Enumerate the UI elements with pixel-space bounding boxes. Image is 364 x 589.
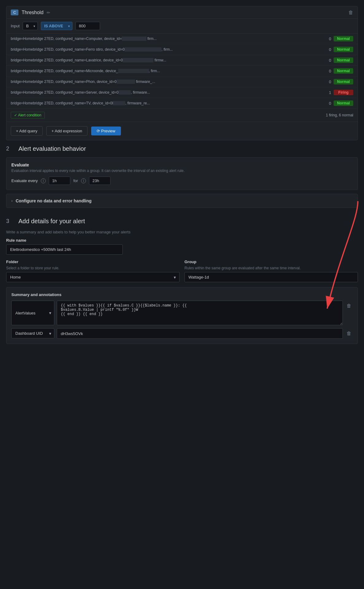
annotation-key-select[interactable]: AlertValues (11, 301, 54, 325)
threshold-value-input[interactable] (76, 22, 100, 30)
configure-label: Configure no data and error handling (16, 198, 91, 203)
edit-icon[interactable]: ✏ (47, 10, 50, 15)
threshold-data-rows: bridge=Homebridge 27ED, configured_name=… (6, 33, 358, 109)
row-text: bridge=Homebridge 27ED, configured_name=… (11, 90, 324, 95)
threshold-badge: C (11, 10, 18, 15)
threshold-title: Threshold (21, 10, 43, 15)
status-badge: Normal (334, 100, 353, 106)
row-text: bridge=Homebridge 27ED, configured_name=… (11, 80, 324, 84)
folder-select[interactable]: Home (6, 272, 180, 282)
evaluate-label: Evaluate (11, 162, 353, 167)
threshold-header-left: C Threshold ✏ (11, 10, 50, 15)
table-row: bridge=Homebridge 27ED, configured_name=… (6, 76, 358, 87)
configure-row[interactable]: › Configure no data and error handling (6, 194, 358, 208)
row-count: 0 (326, 47, 331, 52)
section-3-subtitle: Write a summary and add labels to help y… (6, 230, 358, 234)
preview-button[interactable]: ⟳ Preview (91, 127, 121, 135)
alert-condition-badge: ✓ Alert condition (11, 112, 45, 119)
section-3-title: Add details for your alert (18, 218, 85, 225)
dashboard-uid-row: Dashboard UID 🗑 (11, 328, 353, 339)
annotation-row-alert-values: AlertValues {{ with $values }}{{ if $val… (11, 301, 353, 325)
dashboard-uid-select[interactable]: Dashboard UID (11, 328, 54, 338)
section-3: 3 Add details for your alert Write a sum… (6, 218, 358, 344)
row-count: 0 (326, 80, 331, 84)
chevron-right-icon: › (11, 199, 13, 203)
table-row: bridge=Homebridge 27ED, configured_name=… (6, 33, 358, 44)
section-2: 2 Alert evaluation behavior Evaluate Eva… (6, 145, 358, 208)
row-text: bridge=Homebridge 27ED, configured_name=… (11, 47, 324, 52)
for-input[interactable] (89, 177, 110, 185)
table-row: bridge=Homebridge 27ED, configured_name=… (6, 66, 358, 76)
status-badge: Normal (334, 79, 353, 84)
info-icon: i (41, 178, 46, 183)
dashboard-uid-select-wrap: Dashboard UID (11, 328, 54, 339)
row-text: bridge=Homebridge 27ED, configured_name=… (11, 37, 324, 41)
threshold-input-row: Input B IS ABOVE (6, 19, 358, 33)
status-badge: Normal (334, 68, 353, 74)
for-label: for (73, 178, 78, 183)
table-row: bridge=Homebridge 27ED, configured_name=… (6, 98, 358, 109)
folder-select-wrap: Home (6, 272, 180, 282)
add-query-button[interactable]: + Add query (11, 126, 43, 136)
table-row: bridge=Homebridge 27ED, configured_name=… (6, 44, 358, 55)
status-badge: Normal (334, 47, 353, 52)
evaluate-every-label: Evaluate every (11, 178, 38, 183)
row-text: bridge=Homebridge 27ED, configured_name=… (11, 58, 324, 62)
rule-name-group: Rule name (6, 238, 358, 255)
evaluate-desc: Evaluation interval applies to every rul… (11, 169, 353, 173)
row-count: 0 (326, 69, 331, 73)
annotation-value-textarea[interactable]: {{ with $values }}{{ if $values.C }}{{$l… (57, 301, 343, 325)
row-text: bridge=Homebridge 27ED, configured_name=… (11, 69, 324, 73)
rule-name-input[interactable] (6, 244, 123, 255)
input-select-wrap: B (23, 22, 38, 30)
annotation-key-wrap: AlertValues (11, 301, 54, 325)
row-count: 0 (326, 101, 331, 106)
evaluate-section: Evaluate Evaluation interval applies to … (6, 157, 358, 190)
row-count: 0 (326, 37, 331, 41)
dashboard-uid-trash-icon[interactable]: 🗑 (345, 328, 353, 339)
group-group: Group Rules within the same group are ev… (184, 259, 358, 282)
summary-annotations-label: Summary and annotations (11, 292, 353, 297)
folder-group-row: Folder Select a folder to store your rul… (6, 259, 358, 282)
section-2-num: 2 (6, 146, 14, 152)
annotation-trash-icon[interactable]: 🗑 (345, 301, 353, 325)
table-row: bridge=Homebridge 27ED, configured_name=… (6, 55, 358, 66)
row-count: 1 (326, 90, 331, 95)
for-info-icon: i (81, 178, 86, 183)
add-expression-button[interactable]: + Add expression (46, 126, 87, 136)
alert-summary: 1 firing, 6 normal (326, 113, 353, 117)
annotation-section: Summary and annotations AlertValues {{ w… (6, 287, 358, 344)
threshold-card: C Threshold ✏ 🗑 Input B IS ABOVE bridge=… (6, 6, 358, 140)
condition-select[interactable]: IS ABOVE (41, 22, 72, 30)
status-badge: Normal (334, 57, 353, 63)
group-label: Group (184, 259, 358, 264)
section-3-num: 3 (6, 218, 14, 224)
folder-group: Folder Select a folder to store your rul… (6, 259, 180, 282)
threshold-trash-icon[interactable]: 🗑 (348, 10, 353, 15)
action-row: + Add query + Add expression ⟳ Preview (6, 122, 358, 140)
evaluate-every-input[interactable] (49, 177, 70, 185)
row-count: 0 (326, 58, 331, 63)
condition-select-wrap: IS ABOVE (41, 22, 72, 30)
input-select[interactable]: B (23, 22, 38, 30)
rule-name-label: Rule name (6, 238, 358, 243)
section-2-header: 2 Alert evaluation behavior (6, 145, 358, 152)
dashboard-uid-input[interactable] (57, 328, 343, 339)
evaluate-row: Evaluate every i for i (11, 177, 353, 185)
annotations-container: Summary and annotations AlertValues {{ w… (6, 287, 358, 344)
alert-condition-row: ✓ Alert condition 1 firing, 6 normal (6, 109, 358, 122)
threshold-card-header: C Threshold ✏ 🗑 (6, 6, 358, 19)
status-badge: Normal (334, 36, 353, 41)
section-2-title: Alert evaluation behavior (18, 145, 86, 152)
section-3-header: 3 Add details for your alert (6, 218, 358, 225)
folder-label: Folder (6, 259, 180, 264)
row-text: bridge=Homebridge 27ED, configured_name=… (11, 101, 324, 105)
folder-sublabel: Select a folder to store your rule. (6, 266, 180, 270)
group-input[interactable] (184, 272, 358, 282)
group-sublabel: Rules within the same group are evaluate… (184, 266, 358, 270)
input-label: Input (11, 24, 20, 28)
table-row: bridge=Homebridge 27ED, configured_name=… (6, 87, 358, 98)
status-badge-firing: Firing (334, 90, 353, 95)
